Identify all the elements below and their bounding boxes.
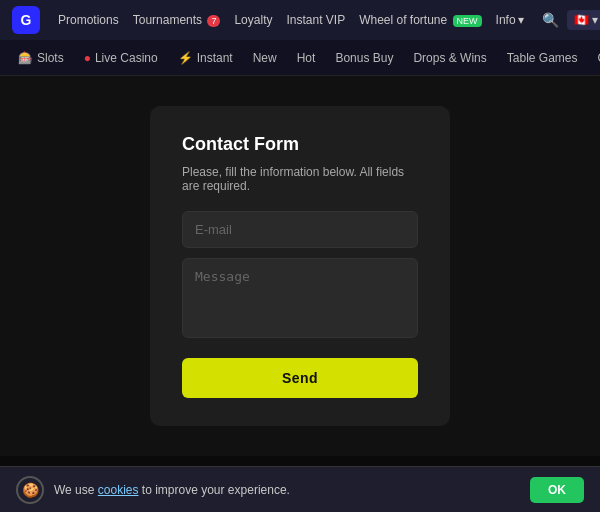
cookie-ok-button[interactable]: OK bbox=[530, 477, 584, 503]
message-field[interactable] bbox=[182, 258, 418, 338]
nav-live-casino[interactable]: ● Live Casino bbox=[76, 47, 166, 69]
top-navigation: G Promotions Tournaments 7 Loyalty Insta… bbox=[0, 0, 600, 40]
loyalty-link[interactable]: Loyalty bbox=[234, 13, 272, 27]
info-link[interactable]: Info ▾ bbox=[496, 13, 524, 27]
contact-form-card: Contact Form Please, fill the informatio… bbox=[150, 106, 450, 426]
cookie-icon: 🍪 bbox=[16, 476, 44, 504]
top-nav-links: Promotions Tournaments 7 Loyalty Instant… bbox=[58, 13, 524, 27]
nav-instant[interactable]: ⚡ Instant bbox=[170, 47, 241, 69]
instant-icon: ⚡ bbox=[178, 51, 193, 65]
top-nav-right: 🔍 🇨🇦 ▾ Login Sign Up bbox=[542, 1, 600, 39]
tournaments-badge: 7 bbox=[207, 15, 220, 27]
contact-form-description: Please, fill the information below. All … bbox=[182, 165, 418, 193]
cookie-text: We use cookies to improve your experienc… bbox=[54, 483, 520, 497]
chevron-down-icon: ▾ bbox=[592, 13, 598, 27]
cookie-banner: 🍪 We use cookies to improve your experie… bbox=[0, 466, 600, 512]
wheel-fortune-link[interactable]: Wheel of fortune NEW bbox=[359, 13, 481, 27]
wheel-fortune-badge: NEW bbox=[453, 15, 482, 27]
email-field[interactable] bbox=[182, 211, 418, 248]
send-button[interactable]: Send bbox=[182, 358, 418, 398]
secondary-navigation: 🎰 Slots ● Live Casino ⚡ Instant New Hot … bbox=[0, 40, 600, 76]
tournaments-link[interactable]: Tournaments 7 bbox=[133, 13, 221, 27]
nav-collections[interactable]: Collections bbox=[589, 47, 600, 69]
nav-new[interactable]: New bbox=[245, 47, 285, 69]
promotions-link[interactable]: Promotions bbox=[58, 13, 119, 27]
main-content: Contact Form Please, fill the informatio… bbox=[0, 76, 600, 456]
language-flag-button[interactable]: 🇨🇦 ▾ bbox=[567, 10, 600, 30]
nav-bonus-buy[interactable]: Bonus Buy bbox=[327, 47, 401, 69]
slots-icon: 🎰 bbox=[18, 51, 33, 65]
nav-table-games[interactable]: Table Games bbox=[499, 47, 586, 69]
logo[interactable]: G bbox=[12, 6, 40, 34]
flag-icon: 🇨🇦 bbox=[574, 13, 589, 27]
search-icon[interactable]: 🔍 bbox=[542, 12, 559, 28]
chevron-down-icon: ▾ bbox=[518, 13, 524, 27]
logo-text: G bbox=[21, 12, 32, 28]
instant-vip-link[interactable]: Instant VIP bbox=[286, 13, 345, 27]
live-icon: ● bbox=[84, 51, 91, 65]
nav-hot[interactable]: Hot bbox=[289, 47, 324, 69]
contact-form-title: Contact Form bbox=[182, 134, 418, 155]
cookies-link[interactable]: cookies bbox=[98, 483, 139, 497]
nav-drops-wins[interactable]: Drops & Wins bbox=[405, 47, 494, 69]
nav-slots[interactable]: 🎰 Slots bbox=[10, 47, 72, 69]
